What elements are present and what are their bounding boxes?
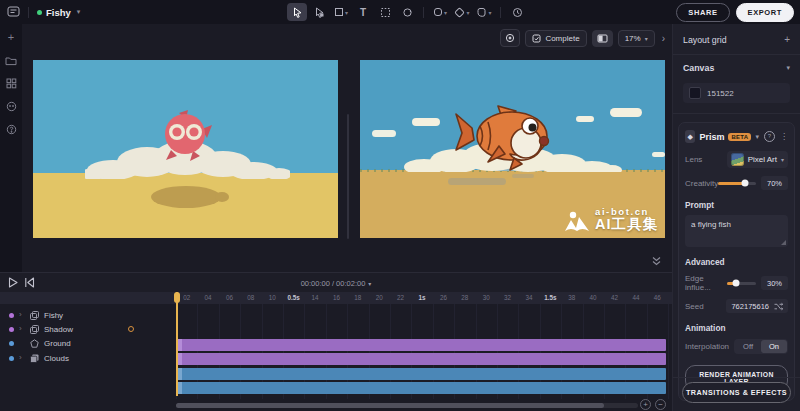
help-icon[interactable]: ? xyxy=(764,131,775,142)
interpolation-off-option[interactable]: Off xyxy=(735,340,761,353)
track-bar-ground[interactable] xyxy=(176,368,666,380)
zoom-in-icon[interactable]: + xyxy=(640,399,651,410)
play-button[interactable] xyxy=(8,277,18,288)
small-cloud xyxy=(610,108,642,117)
shuffle-icon[interactable] xyxy=(774,302,783,311)
seed-input[interactable]: 762175616 xyxy=(726,299,788,313)
prompt-label: Prompt xyxy=(685,200,714,210)
track-bar-clouds[interactable] xyxy=(176,382,666,394)
keyframe-indicator[interactable] xyxy=(128,326,134,332)
track-bar-shadow[interactable] xyxy=(176,353,666,365)
time-display[interactable]: 00:00:00 / 00:02:00 ▾ xyxy=(295,278,378,289)
creativity-slider[interactable] xyxy=(718,182,756,185)
skip-to-start-button[interactable] xyxy=(24,277,35,288)
edge-influence-slider[interactable] xyxy=(727,282,756,285)
tool-shape-square[interactable]: ▾ xyxy=(430,3,450,21)
prism-title: Prism xyxy=(699,132,724,142)
timeline-tracks: ›Fishy›ShadowGround›Clouds xyxy=(0,304,672,411)
divider xyxy=(500,7,501,18)
tool-select[interactable] xyxy=(287,3,307,21)
timeline-zoom-controls: + − xyxy=(640,399,666,410)
divider xyxy=(28,7,29,18)
fish-shadow xyxy=(215,192,229,202)
folder-icon[interactable] xyxy=(4,54,18,67)
lens-dropdown[interactable]: Pixel Art ▾ xyxy=(727,151,788,168)
ruler-label: 28 xyxy=(454,292,475,304)
layer-color-dot xyxy=(9,356,14,361)
interpolation-on-option[interactable]: On xyxy=(761,340,787,353)
help-icon[interactable] xyxy=(4,123,18,136)
tool-bar: ▾ T ▾ ▾ ▾ xyxy=(287,3,527,21)
add-icon[interactable]: + xyxy=(4,31,18,44)
collapse-panel-icon[interactable] xyxy=(651,256,662,266)
topbar-actions: SHARE EXPORT xyxy=(676,0,794,24)
next-frame-button[interactable]: › xyxy=(660,33,667,44)
app-logo-icon[interactable] xyxy=(7,6,20,18)
kebab-menu-icon[interactable]: ⋮ xyxy=(780,132,788,141)
playhead[interactable] xyxy=(176,292,178,396)
prism-section: ◆ Prism BETA ▾ ? ⋮ Lens Pixel Art ▾ Crea… xyxy=(678,122,795,401)
export-button[interactable]: EXPORT xyxy=(736,3,794,22)
snapshot-button[interactable] xyxy=(500,29,520,47)
complete-button[interactable]: Complete xyxy=(525,30,586,47)
chevron-down-icon[interactable]: ▾ xyxy=(755,133,759,141)
divider xyxy=(673,377,800,378)
share-button[interactable]: SHARE xyxy=(676,3,729,22)
interpolation-label: Interpolation xyxy=(685,342,729,351)
slider-knob[interactable] xyxy=(741,180,748,187)
rendered-frame[interactable]: ai-bot.cn AI工具集 xyxy=(360,60,665,238)
ruler-label: 08 xyxy=(240,292,261,304)
expand-chevron-icon[interactable]: › xyxy=(19,325,25,333)
tool-transform[interactable] xyxy=(375,3,395,21)
tool-rotate[interactable] xyxy=(397,3,417,21)
prompt-input[interactable]: a flying fish xyxy=(685,215,788,247)
tool-history[interactable] xyxy=(507,3,527,21)
split-view-button[interactable] xyxy=(592,30,613,47)
comments-icon[interactable] xyxy=(4,100,18,113)
edge-influence-value[interactable]: 30% xyxy=(761,276,788,290)
expand-chevron-icon[interactable]: › xyxy=(19,354,25,362)
color-swatch[interactable] xyxy=(689,87,701,99)
layer-row-ground[interactable]: Ground xyxy=(0,337,176,351)
horizontal-scrollbar[interactable] xyxy=(176,403,638,408)
tool-shape-blob[interactable]: ▾ xyxy=(474,3,494,21)
canvas-section-label: Canvas xyxy=(683,63,714,73)
layer-name: Ground xyxy=(44,339,71,348)
track-bar-fishy[interactable] xyxy=(176,339,666,351)
tool-direct-select[interactable] xyxy=(309,3,329,21)
canvas-color-field[interactable]: 151522 xyxy=(683,83,790,103)
slider-knob[interactable] xyxy=(732,280,739,287)
expand-chevron-icon[interactable]: › xyxy=(19,311,25,319)
layer-color-dot xyxy=(9,327,14,332)
ruler-label: 04 xyxy=(197,292,218,304)
creativity-value[interactable]: 70% xyxy=(761,176,788,190)
layer-list: ›Fishy›ShadowGround›Clouds xyxy=(0,304,176,411)
chevron-down-icon[interactable]: ▾ xyxy=(786,64,790,72)
tool-text[interactable]: T xyxy=(353,3,373,21)
layer-row-fishy[interactable]: ›Fishy xyxy=(0,308,176,322)
transitions-effects-button[interactable]: TRANSITIONS & EFFECTS xyxy=(682,382,791,403)
playhead-handle[interactable] xyxy=(174,292,180,303)
assets-grid-icon[interactable] xyxy=(4,77,18,90)
layer-type-icon xyxy=(30,325,39,334)
tool-frame[interactable]: ▾ xyxy=(331,3,351,21)
zoom-select[interactable]: 17% ▾ xyxy=(618,30,655,47)
frame-divider-handle[interactable] xyxy=(347,114,349,239)
project-name: Fishy xyxy=(46,7,71,18)
timeline-ruler[interactable]: 02040608100.5s14161820221s26283032341.5s… xyxy=(0,292,672,304)
ruler-label: 34 xyxy=(518,292,539,304)
zoom-out-icon[interactable]: − xyxy=(655,399,666,410)
project-menu[interactable]: Fishy ▾ xyxy=(37,7,80,18)
source-frame[interactable] xyxy=(33,60,338,238)
layer-row-shadow[interactable]: ›Shadow xyxy=(0,322,176,336)
chevron-down-icon: ▾ xyxy=(77,8,81,16)
tool-shape-diamond[interactable]: ▾ xyxy=(452,3,472,21)
ground-shadow xyxy=(512,174,534,178)
small-cloud xyxy=(576,116,594,122)
canvas-viewport: Complete 17% ▾ › xyxy=(22,24,672,272)
scrollbar-thumb[interactable] xyxy=(176,403,604,408)
add-layout-grid-button[interactable]: + xyxy=(784,34,790,45)
watermark-logo-icon xyxy=(564,211,590,233)
layer-row-clouds[interactable]: ›Clouds xyxy=(0,351,176,365)
lens-thumbnail xyxy=(731,153,744,166)
